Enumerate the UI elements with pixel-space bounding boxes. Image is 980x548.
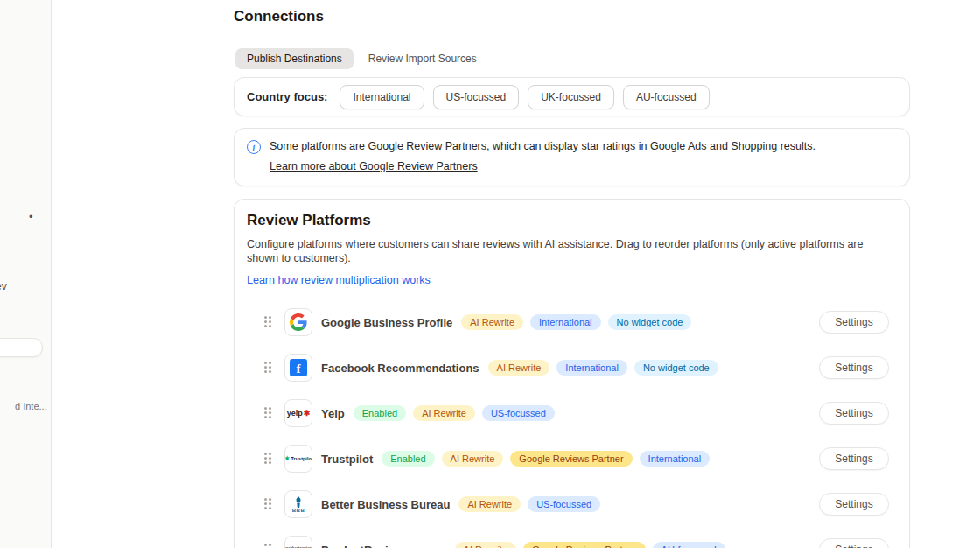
drag-handle-icon[interactable] <box>264 316 271 328</box>
review-platforms-description: Configure platforms where customers can … <box>247 237 868 265</box>
status-badge: AI Rewrite <box>461 314 523 330</box>
tab-publish-destinations[interactable]: Publish Destinations <box>235 48 354 69</box>
status-badge: US-focussed <box>482 405 555 421</box>
info-banner-body: Some platforms are Google Review Partner… <box>270 139 816 173</box>
badge-list: AI RewriteInternationalNo widget code <box>461 314 691 330</box>
info-banner: i Some platforms are Google Review Partn… <box>234 128 910 186</box>
drag-handle-icon[interactable] <box>264 453 271 465</box>
google-review-partners-link[interactable]: Learn more about Google Review Partners <box>270 160 478 172</box>
platform-name: Yelp <box>321 407 345 420</box>
platform-list: Google Business Profile AI RewriteIntern… <box>247 299 897 548</box>
badge-list: EnabledAI RewriteGoogle Reviews PartnerI… <box>382 451 710 467</box>
tab-review-import-sources[interactable]: Review Import Sources <box>357 48 488 69</box>
google-logo-icon <box>284 308 312 336</box>
status-badge: International <box>530 314 601 330</box>
info-icon: i <box>247 140 261 154</box>
status-badge: AI Rewrite <box>488 360 550 376</box>
country-focus-buttons: International US-focussed UK-focussed AU… <box>340 85 709 109</box>
drag-handle-icon[interactable] <box>264 544 271 548</box>
status-badge: AI Rewrite <box>458 496 521 512</box>
country-focus-card: Country focus: International US-focussed… <box>234 77 910 116</box>
productreview-logo-icon: productreview <box>284 536 312 548</box>
facebook-logo-icon: f <box>284 354 312 382</box>
settings-button[interactable]: Settings <box>819 493 889 516</box>
status-badge: International <box>640 451 710 467</box>
review-multiplication-link[interactable]: Learn how review multiplication works <box>247 274 430 286</box>
badge-list: EnabledAI RewriteUS-focussed <box>354 405 555 421</box>
platform-row-google: Google Business Profile AI RewriteIntern… <box>247 299 897 345</box>
platform-name: Facebook Recommendations <box>321 362 480 375</box>
sidebar-bullet-icon: • <box>29 210 33 223</box>
sidebar-active-item[interactable] <box>0 338 43 357</box>
badge-list: AI RewriteGoogle Reviews PartnerAU-focus… <box>455 542 725 548</box>
sidebar-item-fragment-integrations[interactable]: d Inte... <box>15 401 47 411</box>
status-badge: No widget code <box>608 314 692 330</box>
settings-button[interactable]: Settings <box>819 356 889 379</box>
status-badge: US-focussed <box>528 496 600 512</box>
badge-list: AI RewriteInternationalNo widget code <box>488 360 718 376</box>
platform-row-bbb: BBB Better Business Bureau AI RewriteUS-… <box>247 481 897 527</box>
sidebar: • ev d Inte... <box>0 0 52 548</box>
platform-row-productreview: productreview ProductReview.com.au AI Re… <box>247 527 897 548</box>
platform-name: Trustpilot <box>321 453 373 466</box>
country-focus-label: Country focus: <box>247 90 327 103</box>
badge-list: AI RewriteUS-focussed <box>458 496 600 512</box>
status-badge: No widget code <box>634 360 718 376</box>
review-platforms-title: Review Platforms <box>247 212 897 229</box>
status-badge: Google Reviews Partner <box>510 451 632 467</box>
drag-handle-icon[interactable] <box>264 407 271 419</box>
status-badge: Enabled <box>382 451 434 467</box>
status-badge: Enabled <box>354 405 406 421</box>
status-badge: AI Rewrite <box>413 405 475 421</box>
review-platforms-card: Review Platforms Configure platforms whe… <box>234 199 910 548</box>
bbb-logo-icon: BBB <box>284 490 312 518</box>
settings-button[interactable]: Settings <box>819 538 889 548</box>
settings-button[interactable]: Settings <box>819 447 889 470</box>
status-badge: Google Reviews Partner <box>523 542 645 548</box>
status-badge: AU-focussed <box>653 542 725 548</box>
status-badge: AI Rewrite <box>455 542 517 548</box>
platform-name: Better Business Bureau <box>321 498 450 511</box>
country-option-button[interactable]: AU-focussed <box>623 85 710 109</box>
tab-bar: Publish Destinations Review Import Sourc… <box>234 48 910 69</box>
sidebar-item-fragment-dev[interactable]: ev <box>0 280 7 292</box>
content-column: Connections Publish Destinations Review … <box>234 0 910 548</box>
app-root: • ev d Inte... Connections Publish Desti… <box>0 0 980 548</box>
platform-row-yelp: yelp✱ Yelp EnabledAI RewriteUS-focussed … <box>247 390 897 436</box>
status-badge: International <box>556 360 627 376</box>
country-option-button[interactable]: UK-focussed <box>528 85 614 109</box>
settings-button[interactable]: Settings <box>819 402 889 425</box>
main-content: Connections Publish Destinations Review … <box>52 0 980 548</box>
info-banner-text: Some platforms are Google Review Partner… <box>270 139 816 153</box>
platform-row-trustpilot: ★Trustpilot Trustpilot EnabledAI Rewrite… <box>247 436 897 481</box>
country-option-button[interactable]: US-focussed <box>433 85 520 109</box>
page-title: Connections <box>234 0 910 25</box>
yelp-logo-icon: yelp✱ <box>284 399 312 427</box>
status-badge: AI Rewrite <box>442 451 504 467</box>
settings-button[interactable]: Settings <box>819 311 889 334</box>
trustpilot-logo-icon: ★Trustpilot <box>284 445 312 473</box>
country-option-button[interactable]: International <box>340 85 424 109</box>
platform-name: ProductReview.com.au <box>321 544 446 548</box>
platform-row-facebook: f Facebook Recommendations AI RewriteInt… <box>247 345 897 390</box>
drag-handle-icon[interactable] <box>264 498 271 510</box>
platform-name: Google Business Profile <box>321 316 452 329</box>
drag-handle-icon[interactable] <box>264 362 271 374</box>
